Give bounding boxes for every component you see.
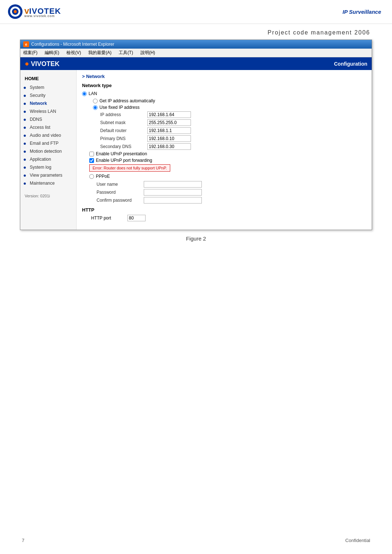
- main-content: > Network Network type LAN Get IP addres…: [77, 70, 372, 230]
- http-section-title: HTTP: [82, 207, 366, 213]
- lan-radio[interactable]: [82, 91, 87, 96]
- sidebar-label-syslog: System log: [30, 165, 51, 170]
- sidebar-item-system[interactable]: ● System: [20, 83, 76, 91]
- upnp-forwarding-label: Enable UPnP port forwarding: [96, 158, 152, 163]
- sidebar-item-application[interactable]: ● Application: [20, 155, 76, 163]
- subnet-mask-label: Subnet mask: [100, 120, 147, 125]
- upnp-presentation-checkbox[interactable]: [89, 152, 94, 156]
- figure-caption: Figure 2: [0, 235, 392, 242]
- default-router-label: Default router: [100, 128, 147, 133]
- sidebar-item-system-log[interactable]: ● System log: [20, 163, 76, 171]
- config-page-body: HOME ● System ● Security ● Network ● Wir…: [20, 70, 372, 230]
- menu-help[interactable]: 說明(H): [140, 50, 155, 56]
- sidebar-item-ddns[interactable]: ● DDNS: [20, 115, 76, 123]
- sidebar-item-network[interactable]: ● Network: [20, 99, 76, 107]
- sidebar-version: Version: 0201i: [20, 191, 76, 201]
- pppoe-confirm-label: Confirm password: [97, 198, 144, 203]
- http-port-row: HTTP port: [91, 215, 366, 221]
- primary-dns-row: Primary DNS: [100, 135, 366, 142]
- upnp-presentation-label: Enable UPnP presentation: [96, 151, 147, 156]
- bullet-wireless: ●: [23, 108, 28, 114]
- secondary-dns-label: Secondary DNS: [100, 144, 147, 149]
- sidebar-label-motion: Motion detection: [30, 149, 62, 154]
- sidebar-label-wireless: Wireless LAN: [30, 109, 56, 114]
- menu-view[interactable]: 檢視(V): [66, 50, 81, 56]
- sidebar-label-network: Network: [30, 101, 47, 106]
- bullet-ddns: ●: [23, 116, 28, 122]
- fixed-ip-label: Use fixed IP address: [99, 105, 140, 110]
- sidebar-label-maintenance: Maintenance: [30, 181, 55, 186]
- vivotek-logo: v IVOTEK www.vivotek.com: [7, 4, 61, 20]
- config-logo: ● VIVOTEK: [25, 59, 60, 68]
- sidebar-label-audio: Audio and video: [30, 133, 61, 138]
- pppoe-username-input[interactable]: [144, 181, 202, 188]
- default-router-input[interactable]: [147, 127, 191, 134]
- page-header: v IVOTEK www.vivotek.com IP Surveillance: [0, 0, 392, 24]
- sidebar-label-email: Email and FTP: [30, 141, 58, 146]
- menu-tools[interactable]: 工具(T): [119, 50, 133, 56]
- auto-ip-radio-group: Get IP address automatically: [93, 98, 366, 103]
- fixed-ip-radio-group: Use fixed IP address: [93, 105, 366, 110]
- upnp-forwarding-row: Enable UPnP port forwarding: [89, 158, 366, 163]
- auto-ip-label: Get IP address automatically: [99, 98, 155, 103]
- breadcrumb: > Network: [82, 74, 366, 79]
- bullet-access: ●: [23, 124, 28, 130]
- config-logo-text: VIVOTEK: [31, 60, 60, 67]
- pppoe-radio-group: PPPoE: [89, 174, 366, 179]
- sidebar-item-maintenance[interactable]: ● Maintenance: [20, 179, 76, 187]
- primary-dns-label: Primary DNS: [100, 136, 147, 141]
- subnet-mask-row: Subnet mask: [100, 119, 366, 126]
- config-header-bar: ● VIVOTEK Configuration: [20, 57, 372, 70]
- bullet-network: ●: [23, 100, 28, 106]
- pppoe-radio[interactable]: [89, 174, 94, 179]
- bullet-viewparams: ●: [23, 172, 28, 178]
- lan-radio-group: LAN: [82, 91, 366, 96]
- ip-surveillance-label: IP Surveillance: [343, 9, 381, 15]
- fixed-ip-radio[interactable]: [93, 105, 98, 110]
- pppoe-confirm-input[interactable]: [144, 197, 202, 204]
- subnet-mask-input[interactable]: [147, 119, 191, 126]
- sidebar-item-motion[interactable]: ● Motion detection: [20, 147, 76, 155]
- bullet-security: ●: [23, 93, 28, 98]
- logo-icon: [7, 4, 24, 20]
- sidebar-item-email-ftp[interactable]: ● Email and FTP: [20, 139, 76, 147]
- ip-address-row: IP address: [100, 111, 366, 118]
- secondary-dns-input[interactable]: [147, 143, 191, 150]
- svg-point-3: [14, 10, 17, 13]
- primary-dns-input[interactable]: [147, 135, 191, 142]
- page-number: 7: [22, 538, 24, 543]
- sidebar-item-wireless-lan[interactable]: ● Wireless LAN: [20, 107, 76, 115]
- ip-address-input[interactable]: [147, 111, 191, 118]
- sidebar-item-security[interactable]: ● Security: [20, 91, 76, 99]
- menu-file[interactable]: 檔案(F): [23, 50, 37, 56]
- bullet-audio: ●: [23, 132, 28, 138]
- upnp-forwarding-checkbox[interactable]: [89, 158, 94, 163]
- bullet-maintenance: ●: [23, 180, 28, 186]
- sidebar-home[interactable]: HOME: [20, 74, 76, 83]
- menu-favorites[interactable]: 我的最愛(A): [88, 50, 111, 56]
- upnp-error-message: Error: Router does not fully support UPn…: [89, 164, 170, 172]
- auto-ip-radio[interactable]: [93, 99, 98, 103]
- sidebar: HOME ● System ● Security ● Network ● Wir…: [20, 70, 77, 230]
- browser-window: e Configurations - Microsoft Internet Ex…: [20, 40, 372, 230]
- sidebar-item-view-parameters[interactable]: ● View parameters: [20, 171, 76, 179]
- sidebar-label-system: System: [30, 85, 44, 90]
- sidebar-item-audio-video[interactable]: ● Audio and video: [20, 131, 76, 139]
- bullet-application: ●: [23, 156, 28, 162]
- pppoe-password-input[interactable]: [144, 189, 202, 196]
- config-header-title: Configuration: [334, 61, 367, 67]
- pppoe-username-row: User name: [97, 181, 366, 188]
- menu-edit[interactable]: 編輯(E): [45, 50, 59, 56]
- pppoe-username-label: User name: [97, 182, 144, 187]
- browser-menubar: 檔案(F) 編輯(E) 檢視(V) 我的最愛(A) 工具(T) 說明(H): [20, 49, 372, 57]
- pppoe-confirm-password-row: Confirm password: [97, 197, 366, 204]
- browser-title-text: Configurations - Microsoft Internet Expl…: [31, 42, 114, 47]
- http-port-input[interactable]: [127, 215, 146, 221]
- pppoe-password-label: Password: [97, 190, 144, 195]
- bullet-motion: ●: [23, 148, 28, 154]
- default-router-row: Default router: [100, 127, 366, 134]
- project-title: Project code management 2006: [0, 24, 392, 40]
- pppoe-password-row: Password: [97, 189, 366, 196]
- sidebar-item-access-list[interactable]: ● Access list: [20, 123, 76, 131]
- upnp-presentation-row: Enable UPnP presentation: [89, 151, 366, 156]
